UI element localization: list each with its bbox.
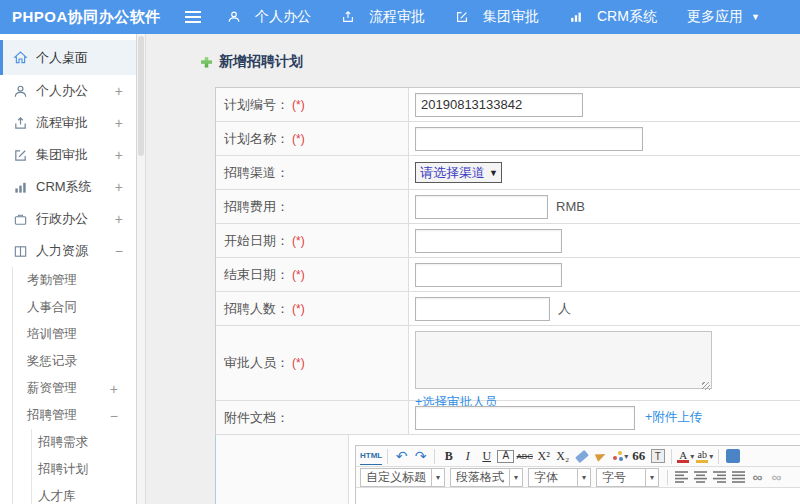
expand-icon[interactable]: + — [115, 211, 123, 227]
sidebar-item-recruit-plan[interactable]: 招聘计划 — [32, 456, 136, 483]
remove-link-button[interactable]: ∞ — [768, 468, 785, 486]
editor-content-area[interactable] — [356, 488, 800, 504]
sidebar-item-recruit-demand[interactable]: 招聘需求 — [32, 429, 136, 456]
chain-icon: ∞ — [753, 469, 763, 485]
nav-process-approval[interactable]: 流程审批 — [341, 8, 425, 26]
insert-link-button[interactable]: ∞ — [749, 468, 766, 486]
toolbar-separator — [434, 449, 435, 464]
font-format-button[interactable]: A — [497, 450, 514, 463]
sidebar-item-personal-desktop[interactable]: 个人桌面 — [0, 40, 136, 75]
scrollbar-thumb[interactable] — [138, 36, 144, 156]
channel-select[interactable]: 请选择渠道 ▼ — [415, 162, 502, 183]
end-date-input[interactable] — [415, 263, 562, 287]
sidebar-item-salary[interactable]: 薪资管理 + — [13, 375, 136, 402]
expand-icon[interactable]: + — [115, 115, 123, 131]
nav-label: CRM系统 — [597, 8, 657, 26]
sidebar-item-hr-contract[interactable]: 人事合同 — [13, 294, 136, 321]
form-label-cell: 计划名称： (*) — [216, 122, 409, 155]
expand-icon[interactable]: + — [110, 381, 118, 397]
home-icon — [13, 50, 28, 65]
highlight-color-button[interactable]: ab ▾ — [696, 447, 713, 465]
bold-button[interactable]: B — [440, 447, 457, 465]
insert-image-button[interactable] — [724, 447, 741, 465]
underline-button[interactable]: U — [478, 447, 495, 465]
sidebar-item-crm[interactable]: CRM系统 + — [0, 171, 136, 203]
nav-crm[interactable]: CRM系统 — [569, 8, 657, 26]
toolbar-separator — [667, 470, 668, 485]
approvers-textarea[interactable] — [415, 331, 712, 389]
align-center-button[interactable] — [692, 468, 709, 486]
remove-format-button[interactable] — [573, 447, 590, 465]
sidebar-item-recruitment[interactable]: 招聘管理 − — [13, 402, 136, 429]
custom-title-dropdown[interactable]: 自定义标题 ▾ — [360, 468, 445, 487]
sidebar-item-reward-punishment[interactable]: 奖惩记录 — [13, 348, 136, 375]
menu-toggle-icon[interactable] — [185, 11, 201, 23]
sidebar-scrollbar[interactable] — [137, 34, 146, 504]
align-right-button[interactable] — [711, 468, 728, 486]
superscript-button[interactable]: X² — [535, 447, 552, 465]
paragraph-format-dropdown[interactable]: 段落格式 ▾ — [450, 468, 523, 487]
format-painter-button[interactable] — [592, 447, 609, 465]
strikethrough-button[interactable]: ABC — [516, 447, 533, 465]
sidebar-item-process-approval[interactable]: 流程审批 + — [0, 107, 136, 139]
font-family-dropdown[interactable]: 字体 ▾ — [528, 468, 591, 487]
paste-as-text-button[interactable]: T — [649, 447, 666, 465]
main-content: 新增招聘计划 计划编号： (*) 计划名称： (*) — [146, 34, 800, 504]
chevron-down-icon: ▼ — [751, 12, 760, 22]
expand-icon[interactable]: + — [115, 147, 123, 163]
chevron-down-icon: ▾ — [509, 469, 522, 486]
editor-toolbar-row1: HTML ↶ ↷ B I U A ABC X² X₂ — [356, 446, 800, 467]
form-field-cell — [409, 122, 800, 155]
form-field-cell: +选择审批人员 — [409, 326, 800, 400]
headcount-input[interactable] — [415, 297, 550, 321]
sidebar-item-training[interactable]: 培训管理 — [13, 321, 136, 348]
upload-attachment-link[interactable]: +附件上传 — [645, 409, 702, 426]
sidebar-item-label: 奖惩记录 — [27, 353, 77, 370]
html-source-button[interactable]: HTML — [360, 447, 382, 465]
italic-button[interactable]: I — [459, 447, 476, 465]
app-logo[interactable]: PHPOA协同办公软件 — [0, 8, 185, 27]
font-size-dropdown[interactable]: 字号 ▾ — [596, 468, 659, 487]
blockquote-button[interactable]: 66 — [630, 447, 647, 465]
nav-more-apps[interactable]: 更多应用 ▼ — [687, 8, 760, 26]
collapse-icon[interactable]: − — [115, 243, 123, 259]
expand-icon[interactable]: + — [115, 83, 123, 99]
redo-button[interactable]: ↷ — [412, 447, 429, 465]
sidebar-item-admin-office[interactable]: 行政办公 + — [0, 203, 136, 235]
align-justify-button[interactable] — [730, 468, 747, 486]
person-icon — [227, 10, 241, 24]
currency-suffix: RMB — [556, 199, 585, 214]
nav-group-approval[interactable]: 集团审批 — [455, 8, 539, 26]
form-field-cell — [409, 224, 800, 257]
sidebar-item-talent-pool[interactable]: 人才库 — [32, 483, 136, 504]
sidebar-item-label: 薪资管理 — [27, 380, 77, 397]
field-label: 附件文档： — [224, 409, 289, 427]
sidebar-item-attendance[interactable]: 考勤管理 — [13, 267, 136, 294]
form-row-headcount: 招聘人数： (*) 人 — [215, 292, 800, 326]
editor-toolbar-row2: 自定义标题 ▾ 段落格式 ▾ 字体 ▾ — [356, 467, 800, 488]
sidebar-item-human-resources[interactable]: 人力资源 − — [0, 235, 136, 267]
style-wand-button[interactable]: ▾ — [611, 447, 628, 465]
plan-no-input[interactable] — [415, 93, 583, 117]
sidebar-item-group-approval[interactable]: 集团审批 + — [0, 139, 136, 171]
sidebar-item-personal-office[interactable]: 个人办公 + — [0, 75, 136, 107]
start-date-input[interactable] — [415, 229, 562, 253]
field-label: 招聘渠道： — [224, 164, 289, 182]
cost-input[interactable] — [415, 195, 548, 219]
plan-name-input[interactable] — [415, 127, 643, 151]
sidebar-item-label: 招聘需求 — [38, 434, 88, 451]
align-left-button[interactable] — [673, 468, 690, 486]
collapse-icon[interactable]: − — [110, 408, 118, 424]
subscript-button[interactable]: X₂ — [554, 447, 571, 465]
expand-icon[interactable]: + — [115, 179, 123, 195]
recruit-plan-form: 计划编号： (*) 计划名称： (*) 招聘渠道： — [215, 87, 800, 504]
nav-personal-office[interactable]: 个人办公 — [227, 8, 311, 26]
sidebar-item-label: 行政办公 — [36, 210, 88, 228]
form-field-cell: +附件上传 — [409, 401, 800, 434]
attachment-input[interactable] — [415, 406, 635, 430]
process-icon — [13, 116, 28, 131]
top-navigation: 个人办公 流程审批 集团审批 CRM系统 更多应用 ▼ — [227, 8, 760, 26]
font-color-button[interactable]: A ▾ — [677, 447, 694, 465]
hr-submenu: 考勤管理 人事合同 培训管理 奖惩记录 薪资管理 + 招聘管理 − 招聘需求 — [12, 267, 136, 504]
undo-button[interactable]: ↶ — [393, 447, 410, 465]
